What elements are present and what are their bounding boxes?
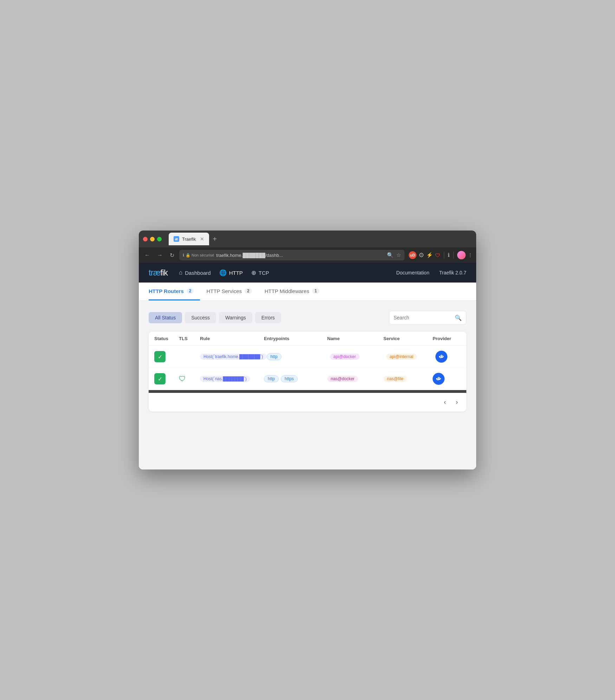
entrypoint-http: http bbox=[267, 353, 281, 360]
active-tab[interactable]: æ Traefik ✕ bbox=[169, 233, 209, 245]
tls-shield-icon: 🛡 bbox=[179, 375, 186, 383]
filter-success[interactable]: Success bbox=[185, 312, 216, 323]
http-services-badge: 2 bbox=[245, 288, 252, 294]
search-input[interactable] bbox=[394, 315, 452, 320]
search-box[interactable]: 🔍 bbox=[389, 311, 466, 325]
toolbar-divider-2 bbox=[453, 252, 454, 259]
next-page-button[interactable]: › bbox=[453, 397, 461, 407]
lock-icon: ℹ bbox=[183, 253, 184, 258]
filter-warnings[interactable]: Warnings bbox=[219, 312, 252, 323]
horizontal-scrollbar[interactable] bbox=[149, 390, 466, 393]
nav-tcp-label: TCP bbox=[259, 270, 269, 276]
entrypoint-http: http bbox=[264, 375, 279, 382]
url-text: traefik.home.███████/dashb... bbox=[216, 253, 385, 258]
address-bar: ← → ↻ ℹ 🔒 Non sécurisé traefik.home.████… bbox=[139, 247, 476, 263]
ublock-extension[interactable]: uD bbox=[409, 251, 416, 259]
home-icon: ⌂ bbox=[179, 269, 182, 276]
tab-title: Traefik bbox=[182, 236, 196, 242]
maximize-button[interactable] bbox=[157, 237, 162, 241]
shield-extension-icon[interactable]: 🛡 bbox=[435, 252, 440, 258]
nav-dashboard[interactable]: ⌂ Dashboard bbox=[179, 269, 211, 276]
filter-bar: All Status Success Warnings Errors 🔍 bbox=[149, 311, 466, 325]
pagination: ‹ › bbox=[149, 393, 466, 411]
col-service: Service bbox=[383, 336, 433, 341]
row1-provider bbox=[435, 351, 464, 363]
address-icons: 🔍 ☆ bbox=[387, 252, 401, 258]
row1-status: ✓ bbox=[154, 351, 179, 362]
routers-table: Status TLS Rule Entrypoints Name Service… bbox=[149, 332, 466, 411]
nav-tcp[interactable]: ⊕ TCP bbox=[251, 269, 269, 277]
info-icon[interactable]: ℹ bbox=[448, 252, 450, 258]
status-filters: All Status Success Warnings Errors bbox=[149, 312, 281, 323]
name-pill: nas@docker bbox=[327, 376, 358, 382]
sub-nav-http-services[interactable]: HTTP Services 2 bbox=[200, 283, 258, 300]
col-provider: Provider bbox=[433, 336, 461, 341]
table-row[interactable]: ✓ Host(`traefik.home.███████`) http api@… bbox=[149, 346, 466, 368]
nav-documentation[interactable]: Documentation bbox=[396, 270, 429, 276]
docker-provider-icon bbox=[433, 373, 445, 385]
http-routers-badge: 2 bbox=[187, 288, 194, 294]
sub-nav-http-routers[interactable]: HTTP Routers 2 bbox=[149, 283, 200, 300]
service-pill: nas@file bbox=[383, 376, 407, 382]
sub-nav-http-middlewares[interactable]: HTTP Middlewares 1 bbox=[258, 283, 326, 300]
http-middlewares-badge: 1 bbox=[312, 288, 319, 294]
name-pill: api@docker bbox=[330, 354, 360, 360]
row2-rule: Host(`nas.███████`) bbox=[200, 376, 264, 382]
rule-pill: Host(`traefik.home.███████`) bbox=[200, 354, 267, 360]
status-check-icon: ✓ bbox=[154, 351, 166, 362]
prev-page-button[interactable]: ‹ bbox=[441, 397, 449, 407]
table-header: Status TLS Rule Entrypoints Name Service… bbox=[149, 332, 466, 346]
tab-area: æ Traefik ✕ + bbox=[169, 233, 219, 245]
docker-provider-icon bbox=[435, 351, 447, 363]
minimize-button[interactable] bbox=[150, 237, 155, 241]
rule-pill: Host(`nas.███████`) bbox=[200, 376, 250, 382]
tcp-icon: ⊕ bbox=[251, 269, 256, 277]
version-badge: Traefik 2.0.7 bbox=[439, 270, 466, 276]
back-button[interactable]: ← bbox=[142, 251, 152, 260]
table-row[interactable]: ✓ 🛡 Host(`nas.███████`) http https nas@d… bbox=[149, 368, 466, 390]
security-indicator: ℹ 🔒 Non sécurisé bbox=[183, 253, 214, 258]
service-pill: api@internal bbox=[386, 354, 417, 360]
zoom-icon[interactable]: 🔍 bbox=[387, 252, 394, 258]
col-rule: Rule bbox=[200, 336, 264, 341]
row1-entrypoints: http bbox=[267, 353, 330, 360]
app-logo: træfik bbox=[149, 268, 168, 278]
main-content: All Status Success Warnings Errors 🔍 Sta… bbox=[139, 301, 476, 469]
sub-nav: HTTP Routers 2 HTTP Services 2 HTTP Midd… bbox=[139, 283, 476, 301]
bookmark-icon[interactable]: ☆ bbox=[396, 252, 401, 258]
row1-service: api@internal bbox=[386, 354, 435, 360]
row2-tls: 🛡 bbox=[179, 375, 200, 383]
address-bar-input[interactable]: ℹ 🔒 Non sécurisé traefik.home.███████/da… bbox=[179, 250, 404, 260]
title-bar: æ Traefik ✕ + bbox=[139, 231, 476, 247]
more-options-icon[interactable]: ⋮ bbox=[468, 252, 473, 258]
toolbar-divider bbox=[444, 252, 444, 259]
close-button[interactable] bbox=[143, 237, 148, 241]
tab-favicon: æ bbox=[174, 236, 179, 242]
row1-rule: Host(`traefik.home.███████`) bbox=[200, 354, 267, 360]
browser-window: æ Traefik ✕ + ← → ↻ ℹ 🔒 Non sécurisé tra… bbox=[139, 231, 476, 469]
extensions-icon[interactable]: ⚙ bbox=[419, 251, 424, 259]
row2-entrypoints: http https bbox=[264, 375, 327, 382]
nav-right: Documentation Traefik 2.0.7 bbox=[396, 270, 466, 276]
refresh-button[interactable]: ↻ bbox=[168, 251, 176, 260]
extensions-area: uD ⚙ ⚡ 🛡 ℹ ⋮ bbox=[409, 251, 473, 259]
profile-avatar[interactable] bbox=[457, 251, 466, 259]
col-tls: TLS bbox=[179, 336, 200, 341]
nav-http-label: HTTP bbox=[229, 270, 243, 276]
puzzle-icon[interactable]: ⚡ bbox=[426, 252, 433, 258]
new-tab-button[interactable]: + bbox=[211, 235, 219, 242]
row2-status: ✓ bbox=[154, 373, 179, 384]
filter-errors[interactable]: Errors bbox=[255, 312, 281, 323]
status-check-icon: ✓ bbox=[154, 373, 166, 384]
forward-button[interactable]: → bbox=[155, 251, 165, 260]
nav-http[interactable]: 🌐 HTTP bbox=[219, 269, 243, 277]
row2-service: nas@file bbox=[383, 376, 433, 382]
http-services-label: HTTP Services bbox=[206, 288, 242, 294]
search-icon: 🔍 bbox=[455, 315, 462, 321]
main-nav: ⌂ Dashboard 🌐 HTTP ⊕ TCP Documentation T… bbox=[179, 269, 466, 277]
filter-all-status[interactable]: All Status bbox=[149, 312, 182, 323]
nav-dashboard-label: Dashboard bbox=[185, 270, 211, 276]
tab-close-button[interactable]: ✕ bbox=[200, 236, 204, 242]
http-routers-label: HTTP Routers bbox=[149, 288, 184, 294]
row2-name: nas@docker bbox=[327, 376, 383, 382]
